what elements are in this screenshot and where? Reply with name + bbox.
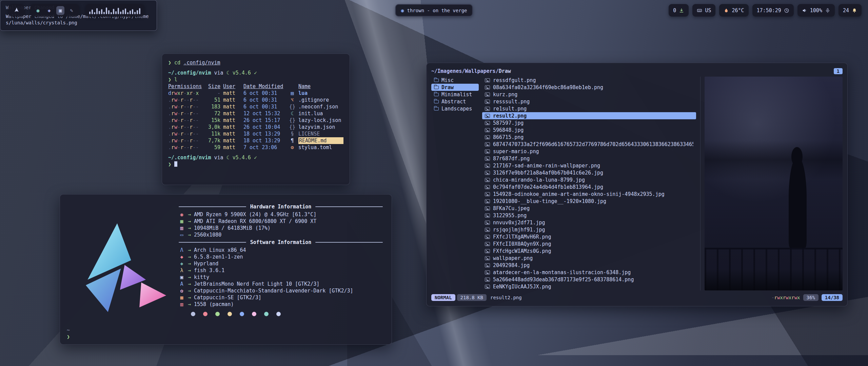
clock-module[interactable]: 17:50:29 (752, 4, 794, 17)
visualizer-bar (120, 12, 121, 14)
sidebar-folder-item[interactable]: Draw (431, 84, 479, 91)
file-list-item[interactable]: 0c794faf07de24a4db4d4fb1eb813964.jpg (482, 183, 696, 190)
fetch-line-text: 6.5.8-zen1-1-zen (194, 253, 243, 260)
arrow-icon (188, 267, 191, 274)
folder-icon (434, 93, 439, 96)
file-list-item[interactable]: 154928-odinokoe_anime-art-anime-okno-sin… (482, 190, 696, 198)
image-file-icon (485, 235, 490, 239)
workspace-1[interactable]: ◉ (34, 6, 42, 15)
fetch-window[interactable]: Hardware Information ◉ AMD Ryzen 9 5900X… (60, 194, 392, 345)
hardware-item-icon: ◉ (179, 211, 185, 218)
file-name: kurz.png (493, 92, 517, 98)
file-list-item[interactable]: wallpaper.png (482, 255, 696, 262)
file-name: FXfcII0X0AQyn9X.png (493, 241, 551, 247)
terminal-command-line: ❯ l (168, 76, 343, 83)
filetype-icon: ⚙ (289, 144, 296, 151)
fetch-info-line: ▣ kitty (179, 274, 383, 281)
terminal-window[interactable]: ❯ cd .config/nvim ~/.config/nvim via ☾ v… (162, 54, 350, 185)
file-list-item[interactable]: FXfcHgcWIAMzs0G.png (482, 247, 696, 255)
arrow-icon (188, 274, 191, 281)
keyboard-layout-module[interactable]: US (692, 4, 715, 17)
file-list-item[interactable]: nnvuv0xj2df71.jpg (482, 219, 696, 226)
file-list-item[interactable]: chica-mirando-la-luna-8799.jpg (482, 176, 696, 183)
status-bar: NORMAL 218.8 KB result2.png -rwxrwxrwx 3… (431, 293, 843, 302)
sidebar-folder-item[interactable]: Minimalist (431, 91, 479, 98)
workspace-2[interactable]: ◈ (45, 6, 53, 15)
prompt-chevron: ❯ (67, 333, 70, 340)
file-list-item[interactable]: resssult.png (482, 98, 696, 105)
user-cell: matt (223, 130, 241, 137)
software-item-icon: ❖ (179, 260, 185, 267)
file-list-item[interactable]: 596848.jpg (482, 126, 696, 134)
file-list-item[interactable]: 3126f7e9bbf21a8a4af0b67b041c6e26.jpg (482, 169, 696, 176)
image-file-icon (485, 78, 490, 82)
terminal-input-line[interactable]: ❯ (168, 161, 343, 168)
sidebar-folder-item[interactable]: Misc (431, 77, 479, 84)
file-list-item[interactable]: 587597.jpg (482, 119, 696, 126)
file-manager-window[interactable]: ~/Imagenes/Wallpapers/ Draw 1 Misc Draw … (426, 63, 848, 306)
workspace-3-active[interactable]: ▣ (56, 6, 64, 15)
file-list-item[interactable]: ressdfgult.png (482, 77, 696, 84)
file-list-item[interactable]: 68747470733a2f2f696d616765732d7769786d70… (482, 141, 696, 148)
file-list-item[interactable]: result2.png (482, 112, 696, 119)
filename-cell: stylua.toml (298, 144, 343, 151)
visualizer-bar (137, 10, 138, 14)
date-cell: 26 oct 10:04 (243, 124, 286, 130)
palette-dot (215, 312, 220, 316)
launcher-button[interactable] (9, 4, 24, 17)
filename-cell: README.md (298, 137, 343, 144)
prompt-path: ~/.config/nvim (168, 155, 211, 161)
media-player-widget[interactable]: ◉ thrown - on the verge (395, 4, 473, 17)
fetch-info-line: ▭ 868x366 (179, 231, 383, 238)
file-list-item[interactable]: 8FKa7Cu.jpeg (482, 205, 696, 212)
package-download-icon (679, 8, 684, 13)
visualizer-bar (89, 12, 91, 14)
file-name: ressdfgult.png (493, 77, 536, 83)
arrow-icon (188, 260, 191, 267)
file-list-item[interactable]: 3122955.png (482, 212, 696, 219)
fetch-line-text: fish 3.6.1 (194, 267, 224, 274)
file-list-item[interactable]: rsjqojlmjhf91.jpg (482, 226, 696, 233)
file-list-item[interactable]: 217167-sad-anime-rain-wallpaper.png (482, 162, 696, 169)
visualizer-bar (130, 11, 131, 14)
folder-name: Abstract (441, 99, 466, 105)
filetype-icon: § (289, 130, 296, 137)
file-list-item[interactable]: 87r687df.png (482, 155, 696, 162)
temperature-module[interactable]: 26°C (719, 4, 748, 17)
file-list-item[interactable]: 20492984.jpg (482, 262, 696, 269)
bell-icon (852, 8, 857, 13)
arch-logo-icon (14, 7, 20, 14)
file-list-item[interactable]: 08a634fa02a32364f69ebc86a98eb1eb.png (482, 84, 696, 91)
hardware-item-icon: ▭ (179, 231, 185, 238)
tab-indicator[interactable]: 1 (834, 68, 843, 74)
software-item-icon: λ (179, 267, 185, 274)
workspace-4[interactable]: ✎ (67, 6, 76, 15)
updates-module[interactable]: 0 (669, 4, 689, 17)
file-list-item[interactable]: re1sult.png (482, 105, 696, 112)
file-list-item[interactable]: 19201080-__blue-tinge__-1920×1080.jpg (482, 198, 696, 205)
file-list-item[interactable]: 5a266e448add93deab367d87173e9f25-6837886… (482, 276, 696, 283)
fetch-prompt: ~ ❯ (67, 327, 70, 340)
listing-row: .rw-r--r-- 183 matt 6 oct 00:31 {} .neoc… (168, 103, 343, 110)
file-list-item[interactable]: FXfcII0X0AQyn9X.png (482, 240, 696, 247)
audio-visualizer (86, 4, 144, 17)
file-list-item[interactable]: EeNKYgIUcAAJ5JX.png (482, 283, 696, 290)
fetch-line-text: 868x366 (194, 231, 221, 238)
sidebar-folder-item[interactable]: Abstract (431, 98, 479, 105)
filetype-icon: ▤ (289, 90, 296, 97)
file-list-item[interactable]: 866715.png (482, 134, 696, 141)
clock-icon (784, 8, 789, 13)
file-list-item[interactable]: atardecer-en-la-montanas-ilustracion-634… (482, 269, 696, 276)
file-list-item[interactable]: super-mario.png (482, 148, 696, 155)
flame-icon (724, 8, 729, 13)
size-cell: 7,7k (205, 137, 220, 144)
size-cell: - (205, 90, 220, 97)
file-list-item[interactable]: FXfcJlTXgAMvH6R.png (482, 233, 696, 240)
volume-module[interactable]: 100% (797, 4, 835, 17)
now-playing-title: thrown - on the verge (407, 8, 467, 13)
file-list-item[interactable]: kurz.png (482, 91, 696, 98)
sidebar-folder-item[interactable]: Landscapes (431, 105, 479, 112)
file-name: chica-mirando-la-luna-8799.jpg (493, 177, 585, 183)
notifications-module[interactable]: 24 (839, 4, 862, 17)
visualizer-bar (125, 8, 126, 14)
